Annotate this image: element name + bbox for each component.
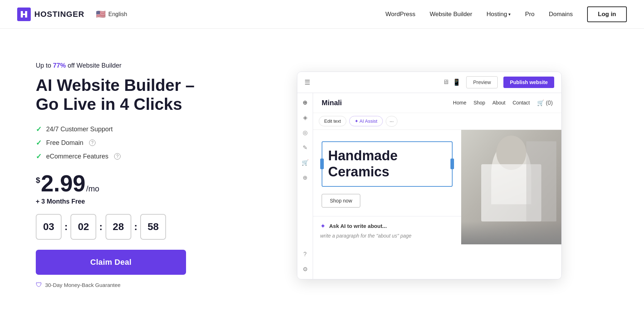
timer-separator: :: [99, 221, 102, 233]
nav-domains[interactable]: Domains: [549, 11, 573, 18]
check-icon: ✓: [36, 138, 42, 147]
feature-item-domain: ✓ Free Domain ?: [36, 138, 222, 147]
editor-mockup: ☰ 🖥 📱 Preview Publish website ⊕ ◈ ◎: [297, 72, 562, 279]
screen-size-icons: 🖥 📱: [443, 78, 460, 86]
site-logo: Minali: [322, 99, 342, 107]
logo-text: HOSTINGER: [34, 10, 84, 19]
shelf-items: [526, 141, 556, 221]
hero-title: Handmade Ceramics: [328, 148, 446, 180]
nav-website-builder[interactable]: Website Builder: [430, 11, 472, 18]
promo-badge: Up to 77% off Website Builder: [36, 62, 222, 69]
shield-icon: 🛡: [36, 281, 42, 289]
price-per-month: /mo: [86, 184, 99, 194]
desktop-icon[interactable]: 🖥: [443, 78, 449, 86]
resize-handle-left[interactable]: [320, 158, 324, 169]
editor-canvas: Minali Home Shop About Contact 🛒 (0) Edi…: [313, 93, 561, 279]
sidebar-help-icon[interactable]: ?: [301, 250, 309, 258]
flag-icon: 🇺🇸: [96, 10, 106, 19]
logo[interactable]: HOSTINGER: [17, 8, 84, 21]
sidebar-settings-icon[interactable]: ⚙: [301, 265, 309, 273]
preview-button[interactable]: Preview: [466, 76, 498, 88]
left-panel: Up to 77% off Website Builder AI Website…: [36, 62, 222, 289]
toolbar-left: ☰: [304, 78, 310, 86]
timer-minutes: 02: [70, 214, 96, 240]
language-label: English: [108, 11, 127, 18]
help-icon[interactable]: ?: [114, 153, 121, 160]
sidebar-edit-icon[interactable]: ✎: [301, 144, 309, 152]
hero-text-box[interactable]: Handmade Ceramics: [322, 141, 453, 187]
countdown-timer: 03 : 02 : 28 : 58: [36, 214, 222, 240]
feature-item-support: ✓ 24/7 Customer Support: [36, 125, 222, 133]
features-list: ✓ 24/7 Customer Support ✓ Free Domain ? …: [36, 125, 222, 161]
sidebar-store-icon[interactable]: 🛒: [301, 159, 309, 167]
timer-seconds: 28: [106, 214, 131, 240]
price-dollar: $: [36, 176, 40, 185]
ai-assist-button[interactable]: ✦ AI Assist: [349, 116, 383, 126]
sidebar-add-icon[interactable]: ⊕: [301, 99, 309, 107]
timer-hours: 03: [36, 214, 62, 240]
main-content: Up to 77% off Website Builder AI Website…: [0, 29, 644, 322]
hero-image: [461, 130, 561, 244]
site-nav-home[interactable]: Home: [453, 100, 466, 106]
shadow: [461, 221, 561, 244]
ai-star-icon: ✦: [320, 222, 326, 230]
editor-area: ⊕ ◈ ◎ ✎ 🛒 ⊕ ? ⚙ Minali Home: [297, 93, 561, 279]
timer-separator: :: [64, 221, 68, 233]
timer-frames: 58: [140, 214, 166, 240]
site-nav-contact[interactable]: Contact: [513, 100, 530, 106]
cart-icon[interactable]: 🛒 (0): [537, 99, 553, 106]
photo-background: [461, 130, 561, 244]
nav-links: WordPress Website Builder Hosting ▾ Pro …: [385, 6, 627, 22]
guarantee-row: 🛡 30-Day Money-Back Guarantee: [36, 281, 222, 289]
sidebar-design-icon[interactable]: ◎: [301, 129, 309, 137]
check-icon: ✓: [36, 152, 42, 161]
browser-toolbar: ☰ 🖥 📱 Preview Publish website: [297, 72, 561, 93]
bonus-text: + 3 Months Free: [36, 198, 222, 205]
site-nav-shop[interactable]: Shop: [473, 100, 485, 106]
site-header: Minali Home Shop About Contact 🛒 (0): [313, 93, 561, 113]
nav-pro[interactable]: Pro: [525, 11, 534, 18]
timer-separator: :: [134, 221, 137, 233]
shop-now-button[interactable]: Shop now: [322, 194, 360, 208]
right-panel: ☰ 🖥 📱 Preview Publish website ⊕ ◈ ◎: [250, 72, 608, 279]
claim-deal-button[interactable]: Claim Deal: [36, 250, 186, 275]
check-icon: ✓: [36, 125, 42, 133]
help-icon[interactable]: ?: [89, 140, 96, 146]
editor-sidebar: ⊕ ◈ ◎ ✎ 🛒 ⊕ ? ⚙: [297, 93, 313, 279]
headline: AI Website Builder – Go Live in 4 Clicks: [36, 76, 222, 114]
login-button[interactable]: Log in: [587, 6, 627, 22]
site-nav: Home Shop About Contact: [453, 100, 530, 106]
price-main: 2.99: [41, 172, 86, 195]
menu-icon[interactable]: ☰: [304, 78, 310, 86]
chevron-down-icon: ▾: [508, 12, 511, 17]
edit-text-button[interactable]: Edit text: [319, 116, 346, 126]
nav-hosting[interactable]: Hosting ▾: [487, 11, 511, 18]
guarantee-text: 30-Day Money-Back Guarantee: [45, 282, 121, 288]
resize-handle-right[interactable]: [450, 158, 454, 169]
more-options-button[interactable]: ···: [386, 116, 398, 127]
price-display: $ 2.99 /mo: [36, 172, 222, 195]
navbar: HOSTINGER 🇺🇸 English WordPress Website B…: [0, 0, 644, 29]
ai-prompt-row: ✦ Ask AI to write about...: [320, 222, 454, 230]
language-selector[interactable]: 🇺🇸 English: [96, 10, 127, 19]
site-nav-about[interactable]: About: [492, 100, 506, 106]
editor-hero: Handmade Ceramics Shop now: [313, 130, 561, 244]
publish-button[interactable]: Publish website: [503, 77, 554, 88]
toolbar-right: 🖥 📱 Preview Publish website: [443, 76, 554, 88]
edit-toolbar: Edit text ✦ AI Assist ···: [313, 113, 561, 130]
mobile-icon[interactable]: 📱: [453, 78, 460, 86]
promo-percent: 77%: [53, 62, 66, 69]
ai-panel: ✦ Ask AI to write about... write a parag…: [313, 216, 461, 244]
sidebar-layers-icon[interactable]: ◈: [301, 114, 309, 122]
sidebar-plus-icon[interactable]: ⊕: [301, 174, 309, 182]
ai-placeholder-text[interactable]: write a paragraph for the "about us" pag…: [320, 233, 454, 239]
feature-item-ecommerce: ✓ eCommerce Features ?: [36, 152, 222, 161]
hostinger-logo-icon: [17, 8, 31, 21]
ai-ask-label: Ask AI to write about...: [329, 223, 387, 229]
nav-wordpress[interactable]: WordPress: [385, 11, 415, 18]
